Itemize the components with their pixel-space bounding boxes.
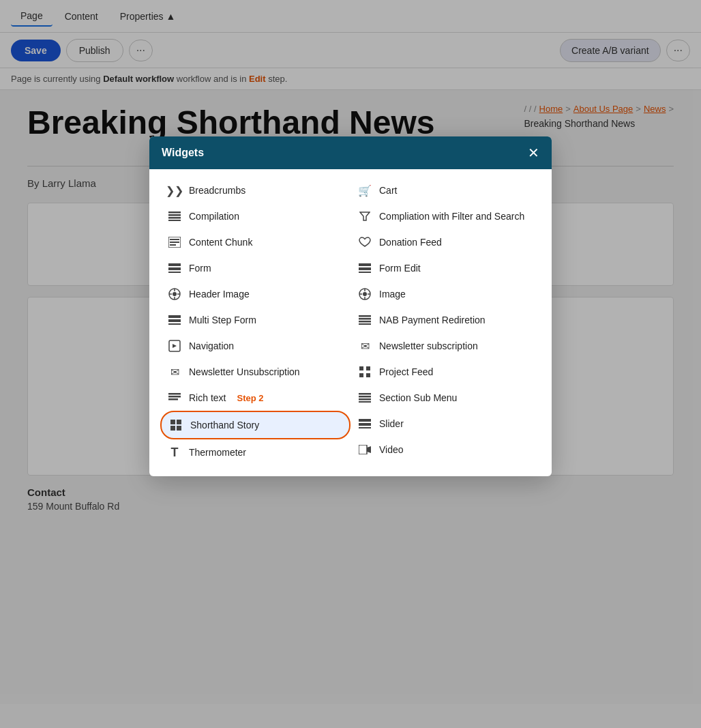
widget-compilation-filter[interactable]: Compliation with Filter and Search — [350, 203, 541, 229]
svg-rect-52 — [359, 423, 371, 426]
newsletter-unsub-icon: ✉ — [167, 364, 182, 379]
svg-rect-9 — [170, 244, 176, 246]
compilation-filter-icon — [357, 209, 372, 224]
widget-newsletter-unsubscription[interactable]: ✉ Newsletter Unsubscription — [160, 359, 350, 385]
svg-rect-41 — [359, 321, 371, 323]
newsletter-sub-icon: ✉ — [357, 338, 372, 353]
svg-rect-51 — [359, 419, 371, 422]
svg-rect-46 — [366, 373, 370, 377]
svg-rect-32 — [359, 272, 371, 273]
widget-nab-payment[interactable]: NAB Payment Rediretion — [350, 307, 541, 333]
svg-rect-44 — [366, 366, 370, 370]
svg-rect-11 — [168, 267, 181, 270]
svg-rect-3 — [168, 214, 181, 216]
modal-body: ❯❯ Breadcrumbs Compilation Content Chunk — [149, 169, 552, 476]
widget-navigation-label: Navigation — [189, 340, 234, 351]
svg-rect-25 — [168, 398, 178, 401]
widget-nab-payment-label: NAB Payment Rediretion — [379, 315, 486, 325]
widget-breadcrumbs-label: Breadcrumbs — [189, 185, 245, 196]
widget-newsletter-subscription[interactable]: ✉ Newsletter subscription — [350, 333, 541, 359]
widget-header-image-label: Header Image — [189, 289, 250, 300]
svg-rect-2 — [168, 212, 181, 214]
widget-compilation-label: Compilation — [189, 211, 239, 222]
svg-rect-5 — [168, 220, 181, 221]
widget-header-image[interactable]: Header Image — [160, 281, 350, 307]
slider-icon — [357, 416, 372, 431]
svg-rect-30 — [359, 263, 371, 266]
form-edit-icon — [357, 261, 372, 276]
widget-slider-label: Slider — [379, 418, 404, 429]
widget-image[interactable]: Image — [350, 281, 541, 307]
svg-rect-19 — [168, 315, 181, 318]
widget-thermometer[interactable]: T Thermometer — [160, 439, 350, 465]
widgets-col2: 🛒 Cart Compliation with Filter and Searc… — [350, 177, 541, 465]
multi-step-form-icon — [167, 312, 182, 327]
svg-rect-47 — [359, 393, 371, 395]
svg-rect-40 — [359, 318, 371, 320]
thermometer-icon: T — [167, 445, 182, 460]
shorthand-story-icon — [168, 418, 183, 433]
widget-section-sub-menu[interactable]: Section Sub Menu — [350, 385, 541, 411]
svg-rect-43 — [359, 366, 363, 370]
content-chunk-icon — [167, 235, 182, 250]
donation-feed-icon — [357, 235, 372, 250]
widget-form-label: Form — [189, 263, 211, 274]
widget-rich-text[interactable]: Rich text Step 2 — [160, 385, 350, 411]
widget-content-chunk-label: Content Chunk — [189, 237, 252, 248]
project-feed-icon — [357, 364, 372, 379]
widget-multi-step-form-label: Multi Step Form — [189, 315, 256, 325]
widgets-modal: Widgets ✕ ❯❯ Breadcrumbs Compilation — [149, 136, 552, 476]
svg-rect-42 — [359, 323, 371, 325]
widget-newsletter-sub-label: Newsletter subscription — [379, 340, 478, 351]
nab-payment-icon — [357, 312, 372, 327]
svg-rect-24 — [168, 396, 181, 398]
rich-text-icon — [167, 390, 182, 405]
modal-close-button[interactable]: ✕ — [528, 146, 539, 160]
svg-rect-39 — [359, 315, 371, 317]
svg-rect-49 — [359, 398, 371, 401]
svg-rect-20 — [168, 319, 181, 322]
modal-overlay: Widgets ✕ ❯❯ Breadcrumbs Compilation — [0, 0, 701, 704]
widget-donation-feed-label: Donation Feed — [379, 237, 442, 248]
widget-image-label: Image — [379, 289, 406, 300]
svg-rect-8 — [170, 242, 179, 243]
widget-form[interactable]: Form — [160, 255, 350, 281]
svg-rect-29 — [177, 426, 181, 431]
section-sub-menu-icon — [357, 390, 372, 405]
svg-rect-10 — [168, 263, 181, 266]
compilation-icon — [167, 209, 182, 224]
svg-rect-50 — [359, 401, 371, 403]
svg-rect-48 — [359, 396, 371, 398]
image-icon — [357, 287, 372, 302]
widget-compilation[interactable]: Compilation — [160, 203, 350, 229]
widget-content-chunk[interactable]: Content Chunk — [160, 229, 350, 255]
svg-rect-53 — [359, 427, 371, 428]
widget-cart[interactable]: 🛒 Cart — [350, 177, 541, 203]
header-image-icon — [167, 287, 182, 302]
svg-rect-28 — [170, 426, 175, 431]
widget-cart-label: Cart — [379, 185, 397, 196]
svg-point-34 — [363, 292, 367, 296]
svg-rect-45 — [359, 373, 363, 377]
breadcrumbs-icon: ❯❯ — [167, 183, 182, 198]
widget-navigation[interactable]: Navigation — [160, 333, 350, 359]
svg-rect-7 — [170, 239, 179, 240]
widget-multi-step-form[interactable]: Multi Step Form — [160, 307, 350, 333]
video-icon — [357, 442, 372, 457]
widget-newsletter-unsub-label: Newsletter Unsubscription — [189, 366, 300, 377]
step2-label: Step 2 — [237, 393, 263, 403]
svg-rect-54 — [359, 445, 367, 454]
widget-video-label: Video — [379, 444, 404, 455]
widget-rich-text-label: Rich text — [189, 392, 226, 403]
widget-form-edit-label: Form Edit — [379, 263, 421, 274]
widget-video[interactable]: Video — [350, 437, 541, 463]
svg-rect-26 — [170, 420, 175, 424]
widget-form-edit[interactable]: Form Edit — [350, 255, 541, 281]
widget-thermometer-label: Thermometer — [189, 447, 246, 458]
svg-rect-31 — [359, 267, 371, 270]
widget-donation-feed[interactable]: Donation Feed — [350, 229, 541, 255]
widget-shorthand-story[interactable]: Shorthand Story — [160, 411, 350, 439]
widget-slider[interactable]: Slider — [350, 411, 541, 437]
widget-breadcrumbs[interactable]: ❯❯ Breadcrumbs — [160, 177, 350, 203]
widget-project-feed[interactable]: Project Feed — [350, 359, 541, 385]
